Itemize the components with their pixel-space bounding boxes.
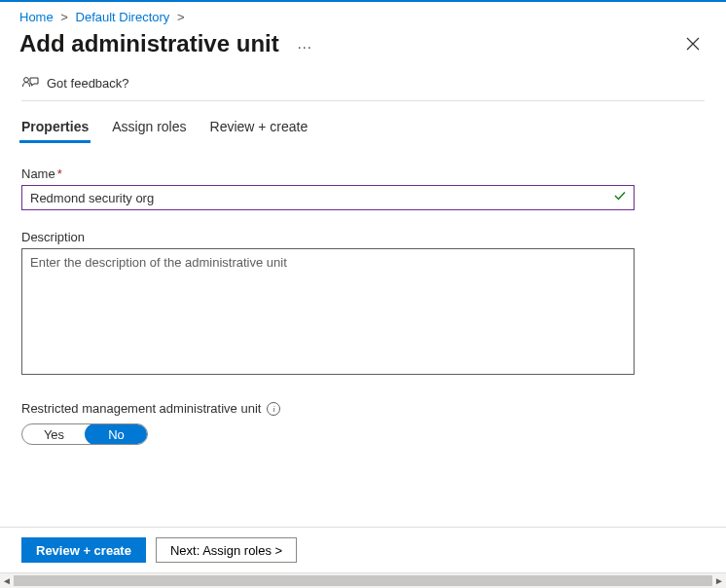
feedback-icon <box>21 75 39 91</box>
horizontal-scrollbar[interactable]: ◄ ► <box>0 572 726 588</box>
breadcrumb-separator: > <box>60 10 68 24</box>
breadcrumb: Home > Default Directory > <box>0 2 726 26</box>
footer: Review + create Next: Assign roles > <box>0 527 726 572</box>
name-label: Name* <box>21 166 705 181</box>
breadcrumb-directory[interactable]: Default Directory <box>76 10 170 24</box>
tab-assign-roles[interactable]: Assign roles <box>112 119 186 142</box>
close-button[interactable] <box>679 30 707 57</box>
more-actions-button[interactable]: … <box>297 35 314 53</box>
name-input[interactable] <box>21 185 635 210</box>
breadcrumb-home[interactable]: Home <box>19 10 54 24</box>
feedback-link[interactable]: Got feedback? <box>0 65 726 100</box>
checkmark-icon <box>613 189 627 205</box>
scrollbar-thumb[interactable] <box>14 575 712 586</box>
restricted-label: Restricted management administrative uni… <box>21 401 261 416</box>
description-label: Description <box>21 230 705 244</box>
next-assign-roles-button[interactable]: Next: Assign roles > <box>156 537 297 563</box>
close-icon <box>686 37 700 51</box>
required-indicator: * <box>57 166 62 181</box>
restricted-toggle[interactable]: Yes No <box>21 423 148 445</box>
svg-point-0 <box>24 78 29 83</box>
tab-properties[interactable]: Properties <box>21 119 89 142</box>
info-icon[interactable]: i <box>267 402 280 416</box>
scroll-left-arrow[interactable]: ◄ <box>0 573 14 588</box>
description-textarea[interactable] <box>21 248 635 375</box>
breadcrumb-separator: > <box>177 10 185 24</box>
review-create-button[interactable]: Review + create <box>21 537 146 563</box>
page-title: Add administrative unit <box>19 30 279 57</box>
tab-review-create[interactable]: Review + create <box>210 119 309 142</box>
feedback-label: Got feedback? <box>47 76 129 91</box>
scroll-right-arrow[interactable]: ► <box>712 573 726 588</box>
toggle-option-yes[interactable]: Yes <box>22 424 86 444</box>
tabs: Properties Assign roles Review + create <box>0 101 726 143</box>
toggle-option-no[interactable]: No <box>85 423 148 445</box>
